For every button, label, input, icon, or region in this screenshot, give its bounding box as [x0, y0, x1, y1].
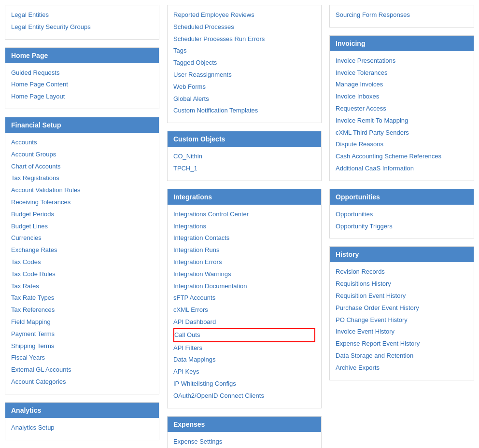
link-analytics-setup[interactable]: Analytics Setup — [11, 422, 153, 434]
link-tags[interactable]: Tags — [173, 45, 315, 57]
section-misc-top: Reported Employee Reviews Scheduled Proc… — [167, 5, 322, 123]
link-invoice-event-history[interactable]: Invoice Event History — [336, 326, 468, 338]
link-legal-entities[interactable]: Legal Entities — [11, 9, 153, 21]
link-data-mappings[interactable]: Data Mappings — [173, 354, 315, 366]
link-fiscal-years[interactable]: Fiscal Years — [11, 352, 153, 364]
link-opportunity-triggers[interactable]: Opportunity Triggers — [336, 221, 468, 233]
section-legal-entities-body: Legal Entities Legal Entity Security Gro… — [5, 5, 159, 39]
section-expenses-body: Expense Settings Report Score and Accoun… — [168, 432, 321, 448]
link-home-page-content[interactable]: Home Page Content — [11, 79, 153, 91]
link-po-change-event-history[interactable]: PO Change Event History — [336, 314, 468, 326]
link-manage-invoices[interactable]: Manage Invoices — [336, 79, 468, 91]
section-legal-entities: Legal Entities Legal Entity Security Gro… — [5, 5, 159, 40]
section-misc-top-body: Reported Employee Reviews Scheduled Proc… — [168, 5, 321, 123]
link-integrations[interactable]: Integrations — [173, 221, 315, 233]
link-shipping-terms[interactable]: Shipping Terms — [11, 340, 153, 352]
section-expenses: Expenses Expense Settings Report Score a… — [167, 416, 322, 448]
link-tax-codes[interactable]: Tax Codes — [11, 256, 153, 268]
link-revision-records[interactable]: Revision Records — [336, 266, 468, 278]
link-account-validation-rules[interactable]: Account Validation Rules — [11, 184, 153, 196]
link-tpch-1[interactable]: TPCH_1 — [173, 163, 315, 175]
link-co-nithin[interactable]: CO_Nithin — [173, 151, 315, 163]
link-chart-of-accounts[interactable]: Chart of Accounts — [11, 161, 153, 173]
section-integrations: Integrations Integrations Control Center… — [167, 189, 322, 408]
link-reported-employee-reviews[interactable]: Reported Employee Reviews — [173, 9, 315, 21]
link-opportunities[interactable]: Opportunities — [336, 209, 468, 221]
link-archive-exports[interactable]: Archive Exports — [336, 362, 468, 374]
link-tagged-objects[interactable]: Tagged Objects — [173, 57, 315, 69]
link-account-groups[interactable]: Account Groups — [11, 149, 153, 161]
link-budget-periods[interactable]: Budget Periods — [11, 209, 153, 221]
link-integration-runs[interactable]: Integration Runs — [173, 244, 315, 256]
link-integration-warnings[interactable]: Integration Warnings — [173, 268, 315, 280]
section-sourcing-misc-body: Sourcing Form Responses — [330, 5, 474, 27]
column-1: Legal Entities Legal Entity Security Gro… — [5, 5, 159, 440]
link-oauth2-openid-connect-clients[interactable]: OAuth2/OpenID Connect Clients — [173, 390, 315, 402]
link-payment-terms[interactable]: Payment Terms — [11, 328, 153, 340]
link-additional-caas-information[interactable]: Additional CaaS Information — [336, 163, 468, 175]
link-tax-registrations[interactable]: Tax Registrations — [11, 172, 153, 184]
link-api-keys[interactable]: API Keys — [173, 366, 315, 378]
link-sourcing-form-responses[interactable]: Sourcing Form Responses — [336, 9, 468, 21]
section-header-home-page: Home Page — [5, 48, 159, 63]
section-invoicing: Invoicing Invoice Presentations Invoice … — [329, 35, 474, 181]
link-scheduled-processes[interactable]: Scheduled Processes — [173, 21, 315, 33]
link-custom-notification-templates[interactable]: Custom Notification Templates — [173, 105, 315, 117]
link-requisitions-history[interactable]: Requisitions History — [336, 278, 468, 290]
link-external-gl-accounts[interactable]: External GL Accounts — [11, 364, 153, 376]
link-cxml-third-party-senders[interactable]: cXML Third Party Senders — [336, 127, 468, 139]
link-api-filters[interactable]: API Filters — [173, 342, 315, 354]
link-tax-rate-types[interactable]: Tax Rate Types — [11, 292, 153, 304]
section-history-body: Revision Records Requisitions History Re… — [330, 262, 474, 379]
link-requisition-event-history[interactable]: Requisition Event History — [336, 290, 468, 302]
link-integrations-control-center[interactable]: Integrations Control Center — [173, 209, 315, 221]
link-home-page-layout[interactable]: Home Page Layout — [11, 91, 153, 103]
link-tax-rates[interactable]: Tax Rates — [11, 280, 153, 293]
link-api-dashboard[interactable]: API Dashboard — [173, 316, 315, 328]
link-invoice-inboxes[interactable]: Invoice Inboxes — [336, 91, 468, 103]
link-integration-errors[interactable]: Integration Errors — [173, 256, 315, 268]
link-expense-report-event-history[interactable]: Expense Report Event History — [336, 338, 468, 350]
link-cxml-errors[interactable]: cXML Errors — [173, 304, 315, 316]
link-budget-lines[interactable]: Budget Lines — [11, 221, 153, 233]
link-sftp-accounts[interactable]: sFTP Accounts — [173, 292, 315, 304]
link-purchase-order-event-history[interactable]: Purchase Order Event History — [336, 302, 468, 314]
link-guided-requests[interactable]: Guided Requests — [11, 67, 153, 79]
section-header-financial-setup: Financial Setup — [5, 117, 159, 133]
link-invoice-presentations[interactable]: Invoice Presentations — [336, 55, 468, 67]
link-ip-whitelisting-configs[interactable]: IP Whitelisting Configs — [173, 378, 315, 390]
link-field-mapping[interactable]: Field Mapping — [11, 316, 153, 328]
link-user-reassignments[interactable]: User Reassignments — [173, 69, 315, 81]
section-home-page-body: Guided Requests Home Page Content Home P… — [5, 63, 159, 109]
link-integration-documentation[interactable]: Integration Documentation — [173, 280, 315, 293]
link-tax-code-rules[interactable]: Tax Code Rules — [11, 268, 153, 280]
link-receiving-tolerances[interactable]: Receiving Tolerances — [11, 196, 153, 209]
link-dispute-reasons[interactable]: Dispute Reasons — [336, 139, 468, 151]
link-cash-accounting-scheme-references[interactable]: Cash Accounting Scheme References — [336, 151, 468, 163]
link-accounts[interactable]: Accounts — [11, 137, 153, 149]
section-opportunities: Opportunities Opportunities Opportunity … — [329, 189, 474, 239]
link-scheduler-processes-run-errors[interactable]: Scheduler Processes Run Errors — [173, 33, 315, 45]
link-requester-access[interactable]: Requester Access — [336, 103, 468, 115]
link-currencies[interactable]: Currencies — [11, 232, 153, 244]
link-invoice-tolerances[interactable]: Invoice Tolerances — [336, 67, 468, 79]
section-history: History Revision Records Requisitions Hi… — [329, 246, 474, 380]
section-analytics: Analytics Analytics Setup — [5, 402, 159, 440]
link-invoice-remit-to-mapping[interactable]: Invoice Remit-To Mapping — [336, 115, 468, 127]
link-legal-entity-security-groups[interactable]: Legal Entity Security Groups — [11, 21, 153, 33]
section-integrations-body: Integrations Control Center Integrations… — [168, 205, 321, 408]
link-web-forms[interactable]: Web Forms — [173, 81, 315, 93]
link-account-categories[interactable]: Account Categories — [11, 376, 153, 388]
link-expense-settings[interactable]: Expense Settings — [173, 436, 315, 448]
link-data-storage-and-retention[interactable]: Data Storage and Retention — [336, 350, 468, 362]
section-header-analytics: Analytics — [5, 403, 159, 418]
section-financial-setup-body: Accounts Account Groups Chart of Account… — [5, 133, 159, 394]
link-integration-contacts[interactable]: Integration Contacts — [173, 232, 315, 244]
link-tax-references[interactable]: Tax References — [11, 304, 153, 316]
section-header-integrations: Integrations — [168, 189, 321, 205]
link-global-alerts[interactable]: Global Alerts — [173, 93, 315, 105]
link-call-outs[interactable]: Call Outs — [173, 328, 315, 342]
link-exchange-rates[interactable]: Exchange Rates — [11, 244, 153, 256]
section-header-opportunities: Opportunities — [330, 189, 474, 205]
section-analytics-body: Analytics Setup — [5, 418, 159, 440]
